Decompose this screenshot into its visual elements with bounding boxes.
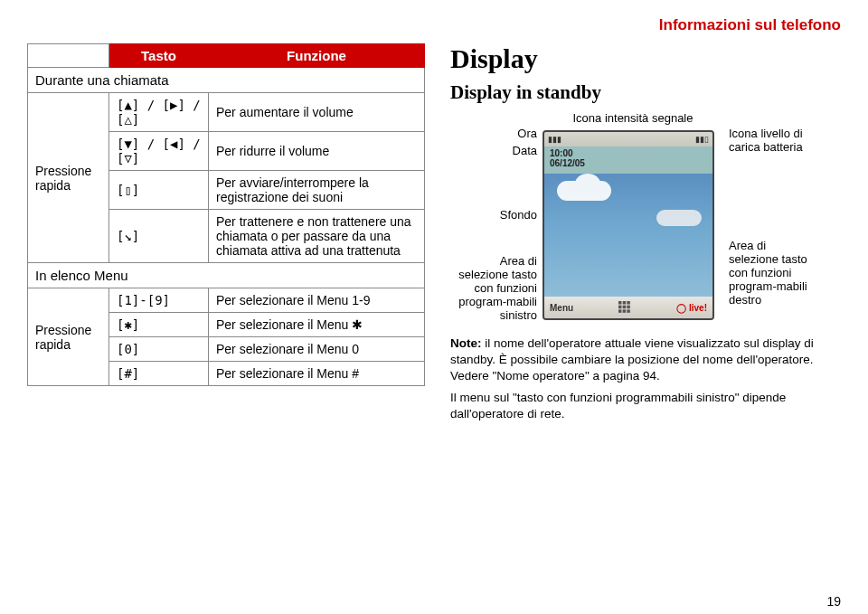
keys-table: Tasto Funzione Durante una chiamata Pres… — [27, 43, 425, 386]
note-block: Note: il nome dell'operatore attuale vie… — [450, 335, 841, 423]
svg-rect-0 — [618, 301, 622, 305]
labels-right: Icona livello di carica batteria Area di… — [729, 113, 816, 323]
info-bar: 10:00 06/12/05 — [544, 146, 712, 174]
fn-cell: Per selezionare il Menu ✱ — [209, 313, 425, 337]
label-battery: Icona livello di carica batteria — [729, 128, 816, 155]
label-data: Data — [513, 145, 537, 158]
fn-cell: Per ridurre il volume — [209, 132, 425, 171]
display-title: Display — [450, 43, 841, 74]
wallpaper — [544, 174, 712, 297]
key-cell: [▼] / [◀] / [▽] — [109, 132, 209, 171]
section-menu: In elenco Menu — [28, 263, 425, 288]
label-area-left: Area di selezione tasto con funzioni pro… — [450, 255, 537, 323]
fn-cell: Per aumentare il volume — [209, 93, 425, 132]
fn-cell: Per trattenere e non trattenere una chia… — [209, 210, 425, 263]
labels-left: Ora Data Sfondo Area di selezione tasto … — [450, 113, 537, 323]
key-cell: [▲] / [▶] / [△] — [109, 93, 209, 132]
svg-rect-2 — [627, 301, 630, 305]
softkey-bar: Menu ◯ live! — [544, 297, 712, 318]
key-cell: [0] — [109, 337, 209, 362]
svg-rect-1 — [623, 301, 627, 305]
section-menu-label: In elenco Menu — [28, 263, 425, 288]
key-cell: [▯] — [109, 171, 209, 210]
fn-cell: Per selezionare il Menu 1-9 — [209, 288, 425, 313]
cloud-icon — [656, 210, 702, 226]
fn-cell: Per selezionare il Menu 0 — [209, 337, 425, 362]
pressione-rapida-label-2: Pressione rapida — [28, 288, 109, 386]
keys-table-wrapper: Tasto Funzione Durante una chiamata Pres… — [27, 43, 425, 423]
phone-screen: ▮▮▮ ▮▮▯ 10:00 06/12/05 Menu — [542, 130, 714, 320]
pressione-rapida-label: Pressione rapida — [28, 93, 109, 263]
grid-icon — [618, 301, 631, 314]
status-bar: ▮▮▮ ▮▮▯ — [544, 132, 712, 146]
fn-cell: Per avviare/interrompere la registrazion… — [209, 171, 425, 210]
keys-table-header-row: Tasto Funzione — [28, 44, 425, 68]
phone-center: Icona intensità segnale ▮▮▮ ▮▮▯ 10:00 06… — [542, 113, 723, 323]
display-diagram: Ora Data Sfondo Area di selezione tasto … — [450, 113, 841, 323]
cloud-icon — [557, 181, 611, 201]
svg-rect-3 — [618, 306, 622, 309]
label-signal: Icona intensità segnale — [542, 111, 723, 125]
table-row: Pressione rapida [▲] / [▶] / [△] Per aum… — [28, 93, 425, 132]
key-cell: [#] — [109, 362, 209, 386]
battery-icon: ▮▮▯ — [695, 135, 709, 144]
svg-rect-8 — [627, 309, 630, 313]
softkey-left: Menu — [550, 303, 573, 313]
page-header: Informazioni sul telefono — [27, 16, 841, 34]
section-call-label: Durante una chiamata — [28, 68, 425, 93]
key-cell: [1]-[9] — [109, 288, 209, 313]
note-lead: Note: — [450, 336, 482, 350]
vodafone-icon: ◯ — [676, 303, 689, 313]
page-columns: Tasto Funzione Durante una chiamata Pres… — [27, 43, 841, 423]
svg-rect-7 — [623, 309, 627, 313]
svg-rect-5 — [627, 306, 630, 309]
svg-rect-6 — [618, 309, 622, 313]
label-area-right: Area di selezione tasto con funzioni pro… — [729, 240, 816, 307]
key-cell: [✱] — [109, 313, 209, 337]
fn-cell: Per selezionare il Menu # — [209, 362, 425, 386]
standby-title: Display in standby — [450, 81, 841, 104]
col-funzione: Funzione — [209, 44, 425, 68]
time-value: 10:00 — [550, 148, 707, 158]
signal-icon: ▮▮▮ — [548, 135, 561, 144]
softkey-right: ◯ live! — [676, 303, 707, 313]
date-value: 06/12/05 — [550, 158, 707, 168]
page-number: 19 — [826, 594, 841, 609]
section-call: Durante una chiamata — [28, 68, 425, 93]
col-tasto: Tasto — [109, 44, 209, 68]
note-text-2: Il menu sul "tasto con funzioni programm… — [450, 390, 841, 422]
label-sfondo: Sfondo — [500, 209, 537, 222]
label-ora: Ora — [517, 128, 537, 141]
key-cell: [↘] — [109, 210, 209, 263]
table-row: Pressione rapida [1]-[9] Per selezionare… — [28, 288, 425, 313]
svg-rect-4 — [623, 306, 627, 309]
display-section: Display Display in standby Ora Data Sfon… — [450, 43, 841, 423]
note-text-1: il nome dell'operatore attuale viene vis… — [450, 336, 814, 383]
